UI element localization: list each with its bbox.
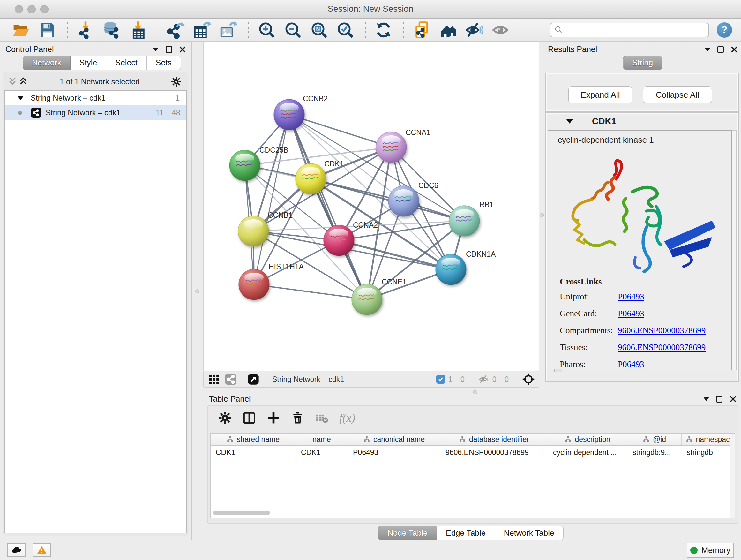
import-network-from-database-icon[interactable] [103, 21, 121, 39]
save-session-button[interactable] [38, 21, 56, 39]
node-HIST1H1A[interactable]: HIST1H1A [239, 262, 304, 300]
warnings-button[interactable] [32, 543, 51, 557]
column-header-database-identifier[interactable]: database identifier [441, 434, 548, 445]
edge-CCNB2-CCNA1[interactable] [289, 115, 391, 147]
crosslink-value-link[interactable]: 9606.ENSP00000378699 [618, 343, 705, 353]
float-panel-icon[interactable] [718, 46, 724, 53]
detach-view-icon[interactable] [247, 373, 259, 385]
table-cell[interactable]: CDK1 [211, 448, 296, 457]
collapse-all-button[interactable]: Collapse All [643, 86, 712, 104]
collapse-all-networks-icon[interactable] [7, 76, 18, 87]
close-panel-icon[interactable] [179, 46, 186, 53]
table-horizontal-scrollbar[interactable] [213, 510, 270, 515]
memory-button[interactable]: Memory [687, 543, 734, 558]
tab-network[interactable]: Network [23, 56, 71, 70]
column-header-description[interactable]: description [548, 434, 627, 445]
export-image-icon[interactable] [219, 21, 238, 39]
first-neighbors-icon[interactable] [413, 21, 431, 39]
show-columns-icon[interactable] [242, 411, 256, 425]
table-vertical-scrollbar[interactable] [730, 434, 735, 517]
open-session-button[interactable] [12, 21, 30, 39]
function-builder-icon: f(x) [339, 411, 355, 425]
center-view-crosshair-icon[interactable] [522, 373, 535, 385]
edge-CDK1-RB1[interactable] [311, 179, 464, 221]
results-scrollbar[interactable] [732, 130, 737, 370]
table-cell[interactable]: P06493 [348, 448, 441, 457]
zoom-selected-icon[interactable] [336, 21, 354, 39]
zoom-fit-icon[interactable] [310, 21, 328, 39]
tab-node-table[interactable]: Node Table [378, 526, 437, 540]
zoom-out-icon[interactable] [284, 21, 302, 39]
home-layout-icon[interactable] [439, 21, 457, 39]
table-cell[interactable]: CDK1 [296, 448, 348, 457]
table-cell[interactable]: 9606.ENSP00000378699 [441, 448, 548, 457]
column-header-shared-name[interactable]: shared name [211, 434, 296, 445]
gene-header[interactable]: CDK1 [546, 113, 738, 130]
close-panel-icon[interactable] [731, 46, 738, 53]
node-CDC25B[interactable]: CDC25B [229, 146, 288, 181]
panel-menu-icon[interactable] [704, 48, 711, 51]
node-CCNA1[interactable]: CCNA1 [376, 128, 430, 163]
import-network-icon[interactable] [77, 21, 94, 39]
table-cell[interactable]: stringdb:9... [627, 448, 682, 457]
results-scrollbar-nub[interactable] [554, 369, 562, 372]
table-type-tabs: Node TableEdge TableNetwork Table [378, 526, 563, 540]
network-overview-icon[interactable] [225, 373, 237, 385]
node-RB1[interactable]: RB1 [449, 200, 494, 236]
collection-label: String Network – cdk1 [30, 94, 106, 103]
float-panel-icon[interactable] [716, 395, 723, 402]
cloud-status-button[interactable] [7, 543, 25, 557]
expand-all-button[interactable]: Expand All [568, 86, 632, 104]
tab-string[interactable]: String [623, 56, 662, 70]
table-cell[interactable]: cyclin-dependent ... [548, 448, 627, 457]
node-CDK1[interactable]: CDK1 [295, 160, 344, 194]
crosslink-value-link[interactable]: P06493 [618, 360, 644, 369]
network-canvas[interactable]: CCNB2CCNA1CDC25BCDK1CDC6RB1CCNB1CCNA2CDK… [203, 42, 539, 371]
birds-eye-view-icon[interactable] [208, 373, 220, 385]
tab-network-table[interactable]: Network Table [495, 526, 563, 540]
network-options-gear-icon[interactable] [171, 76, 182, 87]
table-row[interactable]: CDK1CDK1P064939606.ENSP00000378699cyclin… [211, 446, 735, 459]
crosslink-value-link[interactable]: P06493 [618, 309, 644, 319]
network-collection-row[interactable]: String Network – cdk1 1 [5, 91, 186, 105]
refresh-icon[interactable] [375, 21, 393, 39]
search-input[interactable] [566, 25, 704, 35]
edge-HIST1H1A-CCNE1[interactable] [254, 285, 367, 300]
create-column-plus-icon[interactable] [266, 411, 280, 425]
toolbar-separator [242, 373, 242, 386]
column-header-name[interactable]: name [296, 434, 348, 445]
gene-collapse-icon[interactable] [566, 119, 573, 124]
panel-menu-icon[interactable] [703, 397, 709, 401]
search-box[interactable] [549, 23, 709, 37]
tab-edge-table[interactable]: Edge Table [437, 526, 495, 540]
help-button[interactable]: ? [717, 22, 732, 38]
crosslink-label: Tissues: [560, 343, 618, 353]
network-row[interactable]: String Network – cdk1 11 48 [5, 105, 186, 120]
collection-expand-icon[interactable] [17, 96, 23, 100]
tab-sets[interactable]: Sets [147, 56, 181, 70]
import-table-icon[interactable] [129, 21, 147, 39]
float-panel-icon[interactable] [165, 46, 172, 53]
tab-select[interactable]: Select [106, 56, 146, 70]
export-network-icon[interactable] [167, 21, 185, 39]
splitter-handle[interactable] [195, 289, 199, 294]
panel-menu-icon[interactable] [153, 48, 158, 51]
zoom-in-icon[interactable] [258, 21, 276, 39]
expand-all-networks-icon[interactable] [18, 76, 29, 87]
show-all-icon[interactable] [491, 21, 509, 39]
hide-selected-icon[interactable] [465, 21, 483, 39]
table-settings-gear-icon[interactable] [218, 411, 232, 425]
tab-style[interactable]: Style [71, 56, 107, 70]
crosslink-value-link[interactable]: 9606.ENSP00000378699 [618, 326, 705, 335]
crosslink-row: GeneCard:P06493 [560, 309, 725, 319]
close-panel-icon[interactable] [730, 395, 737, 402]
splitter-handle[interactable] [540, 213, 544, 217]
window-title: Session: New Session [0, 4, 741, 14]
selected-indicator-checkbox[interactable] [436, 375, 445, 384]
export-table-icon[interactable] [193, 21, 211, 39]
edge-CCNB2-HIST1H1A[interactable] [254, 115, 289, 285]
crosslink-value-link[interactable]: P06493 [618, 292, 644, 302]
column-header-canonical-name[interactable]: canonical name [348, 434, 441, 445]
column-header--id[interactable]: @id [627, 434, 682, 445]
delete-column-trash-icon[interactable] [291, 411, 305, 425]
